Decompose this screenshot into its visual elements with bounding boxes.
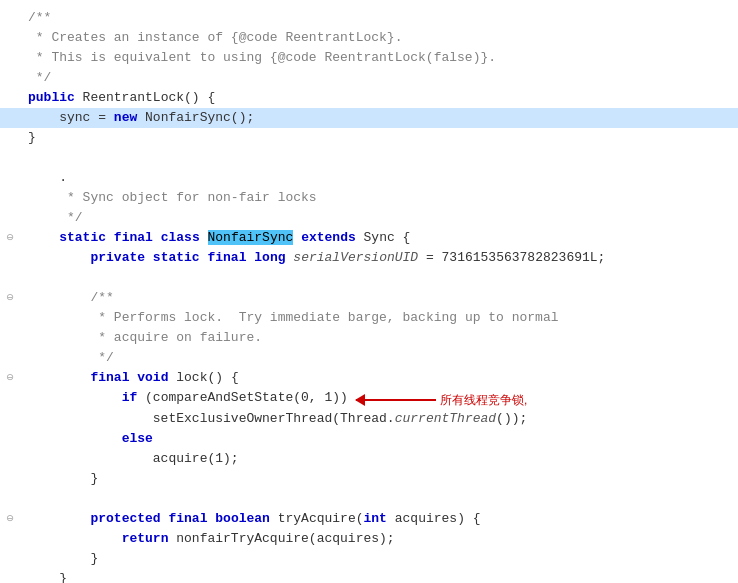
line-code-content: return nonfairTryAcquire(acquires); bbox=[20, 529, 738, 549]
line-code-content: /** bbox=[20, 8, 738, 28]
code-line: /** bbox=[0, 8, 738, 28]
code-line: * This is equivalent to using {@code Ree… bbox=[0, 48, 738, 68]
line-code-content: if (compareAndSetState(0, 1))所有线程竞争锁, bbox=[20, 388, 738, 409]
arrow-line-icon bbox=[356, 399, 436, 401]
line-gutter[interactable]: ⊖ bbox=[0, 229, 20, 247]
code-line bbox=[0, 148, 738, 168]
line-code-content: */ bbox=[20, 68, 738, 88]
code-line: else bbox=[0, 429, 738, 449]
line-code-content: static final class NonfairSync extends S… bbox=[20, 228, 738, 248]
line-code-content: else bbox=[20, 429, 738, 449]
line-code-content: public ReentrantLock() { bbox=[20, 88, 738, 108]
line-gutter[interactable]: ⊖ bbox=[0, 369, 20, 387]
line-code-content: protected final boolean tryAcquire(int a… bbox=[20, 509, 738, 529]
code-line: public ReentrantLock() { bbox=[0, 88, 738, 108]
line-code-content: */ bbox=[20, 348, 738, 368]
code-line: */ bbox=[0, 208, 738, 228]
code-line: */ bbox=[0, 68, 738, 88]
code-line: ⊖ final void lock() { bbox=[0, 368, 738, 388]
code-line: return nonfairTryAcquire(acquires); bbox=[0, 529, 738, 549]
line-code-content: . bbox=[20, 168, 738, 188]
code-line: } bbox=[0, 128, 738, 148]
code-line: ⊖ protected final boolean tryAcquire(int… bbox=[0, 509, 738, 529]
code-line: setExclusiveOwnerThread(Thread.currentTh… bbox=[0, 409, 738, 429]
code-line: */ bbox=[0, 348, 738, 368]
code-line: * acquire on failure. bbox=[0, 328, 738, 348]
arrow-annotation: 所有线程竞争锁, bbox=[356, 391, 527, 409]
code-line bbox=[0, 268, 738, 288]
code-line: * Creates an instance of {@code Reentran… bbox=[0, 28, 738, 48]
code-line: private static final long serialVersionU… bbox=[0, 248, 738, 268]
line-code-content: sync = new NonfairSync(); bbox=[20, 108, 738, 128]
arrow-label: 所有线程竞争锁, bbox=[440, 391, 527, 409]
line-gutter[interactable]: ⊖ bbox=[0, 289, 20, 307]
code-line: acquire(1); bbox=[0, 449, 738, 469]
line-code-content: private static final long serialVersionU… bbox=[20, 248, 738, 268]
line-code-content: * acquire on failure. bbox=[20, 328, 738, 348]
code-line: ⊖ static final class NonfairSync extends… bbox=[0, 228, 738, 248]
line-code-content: final void lock() { bbox=[20, 368, 738, 388]
line-code-content: acquire(1); bbox=[20, 449, 738, 469]
line-code-content: } bbox=[20, 469, 738, 489]
code-line: . bbox=[0, 168, 738, 188]
line-code-content: } bbox=[20, 569, 738, 583]
code-line: ⊖ /** bbox=[0, 288, 738, 308]
line-code-content: } bbox=[20, 128, 738, 148]
code-line: } bbox=[0, 469, 738, 489]
code-line: if (compareAndSetState(0, 1))所有线程竞争锁, bbox=[0, 388, 738, 409]
line-code-content: } bbox=[20, 549, 738, 569]
line-code-content: * Performs lock. Try immediate barge, ba… bbox=[20, 308, 738, 328]
code-line: * Sync object for non-fair locks bbox=[0, 188, 738, 208]
line-code-content: /** bbox=[20, 288, 738, 308]
line-code-content: setExclusiveOwnerThread(Thread.currentTh… bbox=[20, 409, 738, 429]
line-gutter[interactable]: ⊖ bbox=[0, 510, 20, 528]
code-line: sync = new NonfairSync(); bbox=[0, 108, 738, 128]
code-editor: /** * Creates an instance of {@code Reen… bbox=[0, 0, 738, 583]
line-code-content: * This is equivalent to using {@code Ree… bbox=[20, 48, 738, 68]
code-line: } bbox=[0, 549, 738, 569]
line-code-content: */ bbox=[20, 208, 738, 228]
code-line: * Performs lock. Try immediate barge, ba… bbox=[0, 308, 738, 328]
code-line bbox=[0, 489, 738, 509]
line-code-content: * Sync object for non-fair locks bbox=[20, 188, 738, 208]
code-line: } bbox=[0, 569, 738, 583]
line-code-content: * Creates an instance of {@code Reentran… bbox=[20, 28, 738, 48]
code-lines: /** * Creates an instance of {@code Reen… bbox=[0, 8, 738, 583]
